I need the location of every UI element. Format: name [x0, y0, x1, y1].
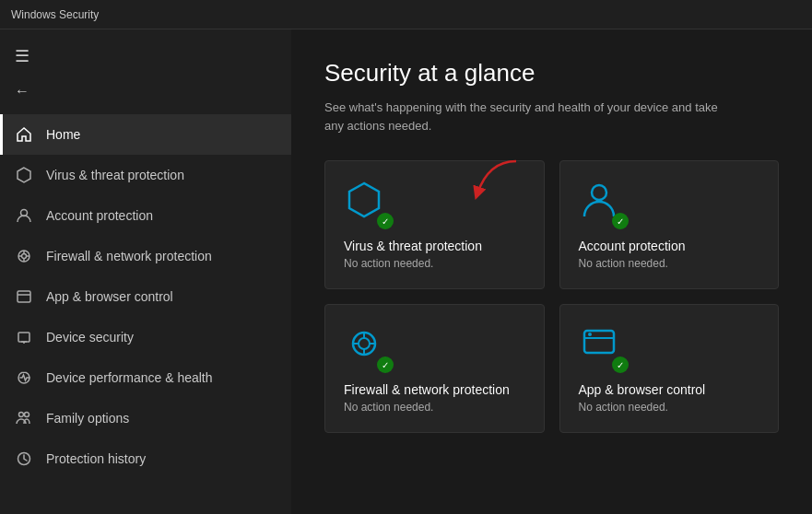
account-card[interactable]: ✓ Account protection No action needed.: [559, 160, 780, 289]
virus-card[interactable]: ✓ Virus & threat protection No action ne…: [324, 160, 545, 289]
svg-point-24: [588, 333, 592, 336]
appbrowser-card-title: App & browser control: [579, 382, 760, 397]
sidebar-item-history[interactable]: Protection history: [0, 438, 291, 479]
sidebar-item-home-label: Home: [46, 127, 80, 142]
account-card-status: No action needed.: [579, 257, 760, 270]
home-icon: [15, 125, 33, 144]
devicehealth-icon: [15, 368, 33, 387]
page-subtitle: See what's happening with the security a…: [324, 99, 730, 134]
sidebar-item-virus[interactable]: Virus & threat protection: [0, 155, 291, 195]
main-content: Security at a glance See what's happenin…: [291, 29, 812, 514]
account-check-badge: ✓: [612, 213, 629, 229]
sidebar-item-devicehealth[interactable]: Device performance & health: [0, 357, 291, 398]
arrow-annotation: [461, 157, 525, 207]
virus-icon: [15, 166, 33, 184]
sidebar-item-firewall[interactable]: Firewall & network protection: [0, 236, 291, 276]
title-bar: Windows Security: [0, 0, 812, 29]
firewall-icon: [15, 247, 33, 265]
sidebar-item-home[interactable]: Home: [0, 114, 291, 155]
sidebar-item-virus-label: Virus & threat protection: [46, 168, 184, 182]
app-title: Windows Security: [11, 8, 99, 21]
app-body: ☰ ← Home Virus & threat protection: [0, 29, 812, 514]
svg-point-13: [25, 413, 29, 417]
virus-card-title: Virus & threat protection: [344, 239, 525, 253]
sidebar-item-appbrowser[interactable]: App & browser control: [0, 276, 291, 317]
svg-rect-7: [18, 291, 30, 302]
sidebar-item-family[interactable]: Family options: [0, 398, 291, 438]
sidebar: ☰ ← Home Virus & threat protection: [0, 29, 291, 514]
svg-point-16: [592, 185, 606, 200]
svg-point-12: [19, 413, 24, 417]
devicesecurity-icon: [15, 328, 33, 346]
sidebar-item-firewall-label: Firewall & network protection: [46, 249, 212, 263]
appbrowser-card[interactable]: ✓ App & browser control No action needed…: [559, 304, 780, 433]
firewall-card-icon-wrap: ✓: [344, 323, 392, 371]
back-icon: ←: [15, 83, 29, 99]
appbrowser-card-icon-wrap: ✓: [579, 323, 627, 371]
sidebar-item-account[interactable]: Account protection: [0, 195, 291, 236]
firewall-check-badge: ✓: [377, 356, 394, 373]
firewall-card-status: No action needed.: [344, 401, 525, 414]
sidebar-item-account-label: Account protection: [46, 208, 153, 223]
sidebar-item-appbrowser-label: App & browser control: [46, 289, 173, 304]
cards-grid: ✓ Virus & threat protection No action ne…: [324, 160, 779, 433]
back-button[interactable]: ←: [0, 76, 291, 107]
svg-point-2: [22, 254, 27, 259]
firewall-card-title: Firewall & network protection: [344, 382, 525, 397]
virus-card-status: No action needed.: [344, 257, 525, 270]
account-card-icon-wrap: ✓: [579, 180, 627, 228]
sidebar-item-devicehealth-label: Device performance & health: [46, 370, 213, 385]
history-icon: [15, 450, 33, 468]
virus-check-badge: ✓: [377, 213, 394, 229]
account-card-title: Account protection: [579, 239, 760, 253]
firewall-card[interactable]: ✓ Firewall & network protection No actio…: [324, 304, 545, 433]
sidebar-top: ☰ ←: [0, 29, 291, 114]
sidebar-item-devicesecurity-label: Device security: [46, 330, 134, 345]
hamburger-icon: ☰: [15, 46, 29, 66]
account-icon: [15, 206, 33, 225]
sidebar-item-history-label: Protection history: [46, 451, 146, 466]
appbrowser-card-status: No action needed.: [579, 401, 760, 414]
svg-rect-9: [18, 333, 29, 342]
virus-card-icon-wrap: ✓: [344, 180, 392, 228]
sidebar-item-devicesecurity[interactable]: Device security: [0, 317, 291, 357]
family-icon: [15, 409, 33, 427]
sidebar-item-family-label: Family options: [46, 411, 129, 426]
page-title: Security at a glance: [324, 59, 779, 88]
appbrowser-icon: [15, 287, 33, 306]
appbrowser-check-badge: ✓: [612, 356, 629, 373]
svg-point-18: [359, 338, 370, 349]
hamburger-button[interactable]: ☰: [0, 37, 291, 76]
